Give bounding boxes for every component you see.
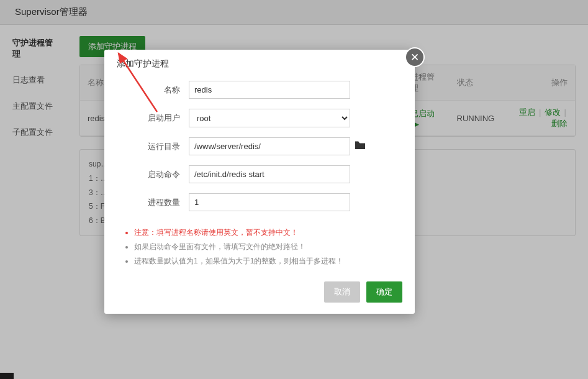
hint-warning: 注意：填写进程名称请使用英文，暂不支持中文！ — [134, 227, 402, 238]
name-label: 名称 — [117, 84, 189, 96]
user-select[interactable]: root — [189, 109, 350, 127]
folder-icon[interactable] — [355, 141, 365, 152]
close-icon[interactable]: ✕ — [405, 47, 425, 67]
hints-list: 注意：填写进程名称请使用英文，暂不支持中文！ 如果启动命令里面有文件，请填写文件… — [104, 221, 415, 278]
modal-title: 添加守护进程 — [104, 50, 415, 75]
cmd-input[interactable] — [189, 165, 350, 183]
num-input[interactable] — [189, 193, 350, 211]
dir-input[interactable] — [189, 137, 350, 155]
num-label: 进程数量 — [117, 197, 189, 208]
add-daemon-modal: ✕ 添加守护进程 名称 启动用户 root 运行目录 — [104, 50, 415, 314]
name-input[interactable] — [189, 81, 350, 99]
cmd-label: 启动命令 — [117, 169, 189, 180]
hint-line: 如果启动命令里面有文件，请填写文件的绝对路径！ — [134, 242, 402, 252]
dir-label: 运行目录 — [117, 141, 189, 152]
cancel-button[interactable]: 取消 — [324, 281, 360, 303]
confirm-button[interactable]: 确定 — [366, 281, 402, 303]
user-label: 启动用户 — [117, 112, 189, 124]
hint-line: 进程数量默认值为1，如果值为大于1的整数，则相当于多进程！ — [134, 256, 402, 267]
